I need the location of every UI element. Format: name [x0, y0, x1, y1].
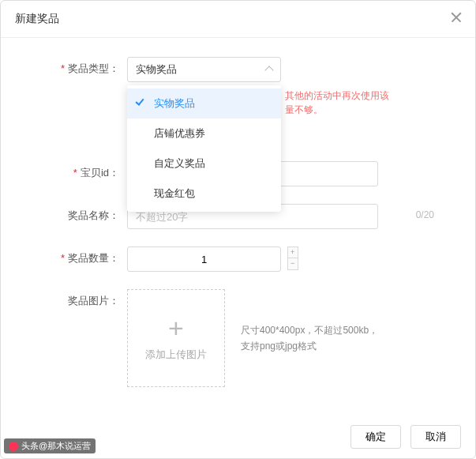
row-prize-image: 奖品图片： + 添加上传图片 尺寸400*400px，不超过500kb，支持pn… — [1, 289, 444, 387]
required-mark: * — [61, 62, 65, 74]
label-prize-qty: *奖品数量： — [1, 246, 127, 265]
required-mark: * — [61, 252, 65, 264]
stepper-down-button[interactable]: − — [287, 258, 298, 270]
watermark: 头条@那木说运营 — [4, 438, 96, 453]
type-hint-line1: 其他的活动中再次使用该 — [285, 88, 427, 103]
label-item-id: *宝贝id： — [1, 161, 127, 180]
watermark-text: 头条@那木说运营 — [21, 440, 91, 452]
chevron-down-icon — [264, 66, 273, 74]
label-prize-type: *奖品类型： — [1, 57, 127, 76]
quantity-stepper: + − — [287, 246, 298, 270]
check-icon — [135, 96, 144, 106]
label-prize-name: 奖品名称： — [1, 204, 127, 223]
modal-header: 新建奖品 — [1, 1, 475, 38]
image-hint: 尺寸400*400px，不超过500kb，支持png或jpg格式 — [241, 322, 383, 354]
dropdown-option-coupon[interactable]: 店铺优惠券 — [127, 119, 281, 149]
confirm-button[interactable]: 确定 — [350, 425, 401, 449]
label-prize-image: 奖品图片： — [1, 289, 127, 308]
image-upload-box[interactable]: + 添加上传图片 — [127, 289, 225, 387]
select-value: 实物奖品 — [136, 62, 177, 77]
char-count: 0/20 — [416, 209, 434, 220]
required-mark: * — [73, 167, 77, 179]
modal: 新建奖品 *奖品类型： 实物奖品 实物奖品 店铺优惠券 — [0, 0, 476, 459]
stepper-up-button[interactable]: + — [287, 246, 298, 258]
modal-footer: 确定 取消 — [350, 425, 461, 449]
row-prize-qty: *奖品数量： + − — [1, 246, 444, 272]
type-hint-line2: 量不够。 — [285, 103, 427, 117]
field-prize-image: + 添加上传图片 尺寸400*400px，不超过500kb，支持png或jpg格… — [127, 289, 444, 387]
close-icon[interactable] — [450, 11, 463, 24]
row-prize-type: *奖品类型： 实物奖品 实物奖品 店铺优惠券 自定义奖品 — [1, 57, 444, 82]
modal-body: *奖品类型： 实物奖品 实物奖品 店铺优惠券 自定义奖品 — [1, 38, 475, 387]
dropdown-option-physical[interactable]: 实物奖品 — [127, 88, 281, 119]
dropdown-option-custom[interactable]: 自定义奖品 — [127, 149, 281, 179]
modal-title: 新建奖品 — [15, 12, 59, 24]
prize-type-select[interactable]: 实物奖品 — [127, 57, 281, 82]
plus-icon: + — [168, 314, 184, 341]
dropdown-option-cash[interactable]: 现金红包 — [127, 179, 281, 209]
watermark-logo-icon — [9, 442, 18, 451]
cancel-button[interactable]: 取消 — [410, 425, 461, 449]
field-prize-qty: + − — [127, 246, 444, 272]
upload-text: 添加上传图片 — [145, 348, 207, 362]
field-prize-type: 实物奖品 实物奖品 店铺优惠券 自定义奖品 现金红包 — [127, 57, 444, 82]
prize-type-dropdown: 实物奖品 店铺优惠券 自定义奖品 现金红包 — [127, 85, 281, 212]
prize-qty-input[interactable] — [127, 246, 281, 272]
